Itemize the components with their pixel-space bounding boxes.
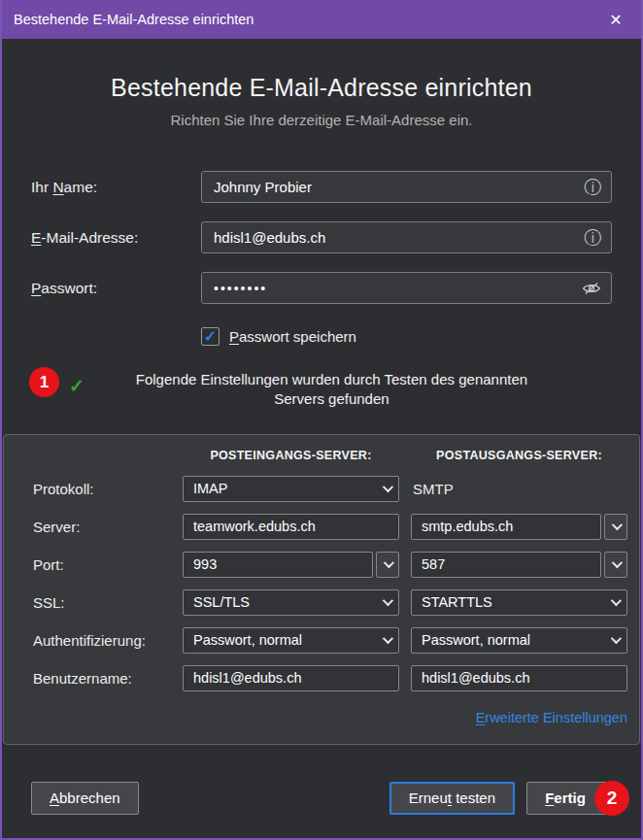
incoming-username-field — [183, 665, 399, 691]
incoming-port-input[interactable] — [183, 552, 373, 578]
outgoing-auth-select[interactable]: Passwort, normal — [411, 627, 627, 654]
retest-button[interactable]: Erneut testen — [389, 782, 515, 815]
chevron-down-icon — [383, 482, 393, 492]
incoming-protocol-select[interactable]: IMAP — [183, 476, 399, 502]
password-field-wrap — [201, 272, 612, 304]
done-button-wrap: Fertig 2 — [526, 782, 612, 815]
incoming-port-field — [183, 552, 399, 578]
info-icon[interactable]: ⓘ — [584, 229, 601, 247]
outgoing-port-field — [411, 552, 627, 578]
outgoing-server-header: POSTAUSGANGS-SERVER: — [411, 449, 627, 464]
incoming-username-input[interactable] — [183, 665, 399, 691]
incoming-auth-select[interactable]: Passwort, normal — [183, 627, 399, 654]
password-input[interactable] — [201, 272, 612, 304]
setup-dialog-window: Bestehende E-Mail-Adresse einrichten ✕ B… — [0, 0, 643, 840]
remember-password-row: ✓ Passwort speichern — [201, 327, 612, 346]
password-row: Passwort: — [31, 272, 612, 304]
username-label: Benutzername: — [33, 670, 171, 687]
auth-label: Authentifizierung: — [33, 632, 171, 649]
success-check-icon: ✓ — [69, 375, 85, 397]
name-input[interactable] — [201, 171, 612, 203]
server-label: Server: — [33, 519, 171, 535]
incoming-server-input[interactable] — [183, 514, 399, 540]
remember-password-checkbox[interactable]: ✓ — [201, 327, 220, 346]
advanced-settings-link[interactable]: Erweiterte Einstellungen — [476, 710, 627, 725]
info-icon[interactable]: ⓘ — [584, 179, 601, 196]
config-found-banner: 1 ✓ Folgende Einstellungen wurden durch … — [29, 367, 612, 410]
eye-slash-icon[interactable] — [582, 281, 601, 296]
incoming-server-header: POSTEINGANGS-SERVER: — [183, 449, 399, 464]
outgoing-username-field — [411, 665, 627, 691]
step-badge-2: 2 — [594, 781, 629, 816]
server-config-panel: POSTEINGANGS-SERVER: POSTAUSGANGS-SERVER… — [3, 434, 640, 745]
advanced-settings-row: Erweiterte Einstellungen — [411, 709, 627, 726]
config-found-message: Folgende Einstellungen wurden durch Test… — [116, 370, 580, 410]
page-title: Bestehende E-Mail-Adresse einrichten — [2, 74, 641, 102]
incoming-server-field — [183, 514, 399, 540]
chevron-down-icon — [383, 595, 393, 606]
chevron-down-icon — [612, 520, 623, 530]
step-badge-1: 1 — [29, 367, 59, 397]
password-label: Passwort: — [31, 280, 201, 297]
protocol-label: Protokoll: — [33, 481, 171, 497]
outgoing-protocol-value: SMTP — [411, 481, 627, 497]
email-label: E-Mail-Adresse: — [31, 229, 201, 247]
chevron-down-icon — [384, 557, 394, 568]
email-field-wrap: ⓘ — [201, 221, 612, 253]
ssl-label: SSL: — [33, 594, 171, 611]
chevron-down-icon — [383, 633, 393, 644]
outgoing-username-input[interactable] — [411, 665, 627, 691]
outgoing-port-input[interactable] — [411, 552, 601, 578]
outgoing-server-dropdown-button[interactable] — [604, 514, 627, 540]
dialog-footer: Abbrechen Erneut testen Fertig 2 — [2, 745, 641, 839]
cancel-button[interactable]: Abbrechen — [31, 782, 139, 815]
titlebar: Bestehende E-Mail-Adresse einrichten ✕ — [0, 0, 643, 39]
email-input[interactable] — [201, 221, 612, 253]
dialog-header: Bestehende E-Mail-Adresse einrichten Ric… — [2, 39, 641, 128]
incoming-ssl-select[interactable]: SSL/TLS — [183, 589, 399, 616]
remember-password-label: Passwort speichern — [229, 328, 356, 345]
account-form: Ihr Name: ⓘ E-Mail-Adresse: ⓘ Passwort: — [2, 171, 641, 410]
window-title: Bestehende E-Mail-Adresse einrichten — [14, 12, 602, 27]
close-icon[interactable]: ✕ — [602, 6, 629, 33]
outgoing-server-field — [411, 514, 627, 540]
email-row: E-Mail-Adresse: ⓘ — [31, 221, 612, 253]
outgoing-port-dropdown-button[interactable] — [604, 552, 627, 578]
chevron-down-icon — [612, 557, 623, 568]
name-label: Ihr Name: — [31, 179, 201, 196]
name-row: Ihr Name: ⓘ — [31, 171, 612, 203]
incoming-port-dropdown-button[interactable] — [376, 552, 399, 578]
check-icon: ✓ — [204, 327, 217, 346]
chevron-down-icon — [611, 633, 622, 644]
port-label: Port: — [33, 556, 171, 573]
outgoing-server-input[interactable] — [411, 514, 601, 540]
outgoing-ssl-select[interactable]: STARTTLS — [411, 589, 627, 616]
page-subtitle: Richten Sie Ihre derzeitige E-Mail-Adres… — [2, 112, 641, 128]
chevron-down-icon — [611, 595, 622, 606]
name-field-wrap: ⓘ — [201, 171, 612, 203]
